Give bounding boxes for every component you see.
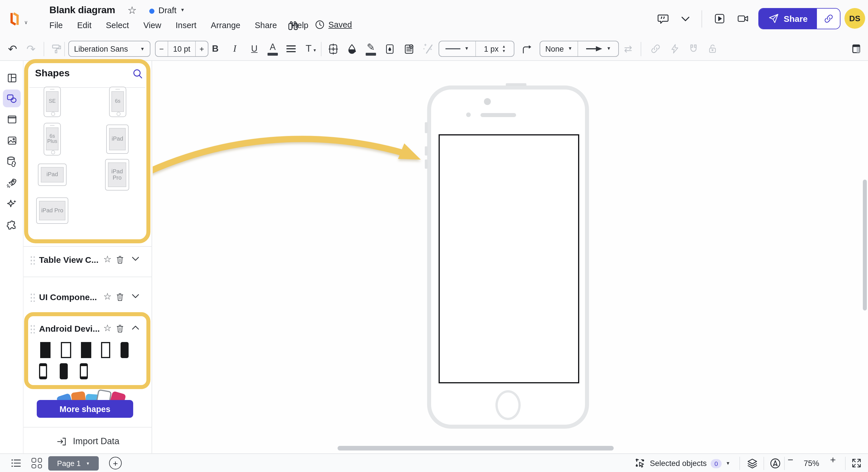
text-align-button[interactable] [284, 37, 299, 60]
drag-handle-icon[interactable] [30, 293, 35, 302]
shape-android-phone-outline[interactable] [39, 363, 47, 379]
checklist-clipboard-icon[interactable] [401, 37, 417, 60]
zoom-level-value[interactable]: 75% [804, 459, 819, 468]
menu-edit[interactable]: Edit [77, 21, 92, 30]
shadow-icon[interactable] [382, 37, 398, 60]
section-name[interactable]: UI Compone... [39, 292, 97, 302]
video-camera-icon[interactable] [737, 12, 750, 25]
chevron-down-icon[interactable] [681, 15, 690, 22]
section-name[interactable]: Android Devi... [39, 324, 100, 334]
trash-icon[interactable] [115, 324, 125, 334]
fullscreen-icon[interactable] [851, 458, 862, 469]
text-options-button[interactable]: T ▼ [303, 37, 320, 60]
section-table-view[interactable]: Table View C... ☆ [24, 251, 152, 269]
stepper-arrows-icon[interactable]: ▲▼ [502, 45, 506, 53]
selected-objects-control[interactable]: Selected objects 0 ▼ [635, 454, 730, 472]
magnet-icon[interactable] [685, 37, 702, 60]
line-style-select[interactable]: ▼ [439, 41, 476, 56]
frame-crop-icon[interactable] [325, 37, 341, 60]
share-button[interactable]: Share [759, 9, 817, 29]
section-ui-components[interactable]: UI Compone... ☆ [24, 289, 152, 306]
shape-android-tablet-outline[interactable] [61, 342, 71, 358]
shape-ipad-pro-landscape[interactable]: iPad Pro [36, 197, 68, 224]
underline-button[interactable]: U [247, 37, 262, 60]
menu-insert[interactable]: Insert [176, 21, 197, 30]
phone-screen-area[interactable] [439, 134, 579, 383]
shape-iphone-6s[interactable]: 6s [109, 87, 126, 117]
arrow-end-select[interactable]: ▼ [578, 41, 618, 56]
shape-iphone-se[interactable]: SE [43, 87, 61, 117]
font-size-increase-button[interactable]: + [195, 41, 208, 56]
rail-templates-icon[interactable] [3, 69, 21, 87]
rail-rocket-icon[interactable] [3, 174, 21, 192]
zoom-out-button[interactable]: − [787, 454, 794, 466]
arrow-start-select[interactable]: None ▼ [540, 41, 578, 56]
italic-button[interactable]: I [227, 37, 242, 60]
font-family-select[interactable]: Liberation Sans ▼ [68, 41, 150, 57]
line-color-button[interactable]: ✎ [363, 37, 379, 60]
shape-android-phone-outline[interactable] [80, 363, 88, 379]
menu-view[interactable]: View [143, 21, 161, 30]
menu-arrange[interactable]: Arrange [211, 21, 240, 30]
search-icon[interactable] [131, 68, 144, 80]
logo-menu-caret-icon[interactable]: ∨ [24, 20, 28, 25]
shape-android-phone-filled[interactable] [121, 342, 129, 358]
import-data-button[interactable]: Import Data [24, 431, 152, 452]
magic-wand-icon[interactable] [420, 37, 436, 60]
chevron-up-icon[interactable] [131, 325, 140, 331]
add-page-button[interactable]: + [109, 457, 122, 469]
rail-images-icon[interactable] [3, 131, 21, 149]
chevron-down-icon[interactable] [131, 256, 140, 262]
redo-button[interactable]: ↷ [23, 37, 39, 60]
layers-icon[interactable] [746, 458, 758, 469]
copy-link-icon[interactable] [817, 9, 840, 29]
menu-select[interactable]: Select [106, 21, 129, 30]
connector-type-icon[interactable] [518, 37, 536, 60]
rail-integrations-puzzle-icon[interactable] [3, 216, 21, 234]
menu-share[interactable]: Share [255, 21, 277, 30]
star-icon[interactable]: ☆ [103, 322, 112, 334]
saved-label[interactable]: Saved [329, 20, 352, 29]
shape-android-tablet-filled[interactable] [40, 342, 51, 358]
star-icon[interactable]: ☆ [103, 254, 112, 264]
section-name[interactable]: Table View C... [39, 255, 98, 264]
page-selector-button[interactable]: Page 1 ▼ [48, 456, 99, 471]
drag-handle-icon[interactable] [30, 324, 35, 334]
undo-button[interactable]: ↶ [5, 37, 21, 60]
shape-android-tablet-filled[interactable] [81, 342, 91, 358]
text-color-button[interactable]: A [265, 37, 280, 60]
font-size-value[interactable]: 10 pt [168, 41, 195, 56]
line-width-stepper[interactable]: 1 px ▲▼ [476, 41, 514, 56]
navigation-compass-icon[interactable] [769, 458, 781, 469]
horizontal-scrollbar[interactable] [338, 446, 614, 450]
swap-endpoints-icon[interactable]: ⇄ [620, 37, 636, 60]
vertical-scrollbar[interactable] [863, 180, 867, 311]
shape-android-tablet-outline[interactable] [101, 342, 110, 358]
star-icon[interactable]: ☆ [103, 291, 112, 302]
shape-ipad-pro-portrait[interactable]: iPad Pro [105, 159, 129, 191]
document-title[interactable]: Blank diagram [50, 5, 115, 16]
rail-mockups-icon[interactable] [3, 110, 21, 128]
lucid-logo-icon[interactable] [7, 10, 23, 28]
lightning-actions-icon[interactable] [666, 37, 683, 60]
right-panel-toggle-icon[interactable] [847, 37, 865, 60]
rail-data-linking-icon[interactable] [3, 153, 21, 170]
user-avatar[interactable]: DS [844, 8, 865, 29]
hyperlink-icon[interactable] [648, 37, 663, 60]
drag-handle-icon[interactable] [30, 255, 35, 264]
present-play-icon[interactable] [714, 12, 725, 25]
page-list-icon[interactable] [10, 458, 22, 469]
bold-button[interactable]: B [208, 37, 223, 60]
trash-icon[interactable] [115, 292, 125, 302]
binoculars-find-icon[interactable] [287, 20, 299, 32]
draft-caret-icon[interactable]: ▼ [180, 7, 185, 12]
rail-shapes-icon[interactable] [3, 90, 21, 107]
font-size-decrease-button[interactable]: − [156, 41, 168, 56]
zoom-in-button[interactable]: + [830, 454, 836, 466]
draft-status-label[interactable]: Draft [158, 6, 177, 15]
shape-ipad-portrait[interactable]: iPad [106, 125, 129, 154]
section-android-devices[interactable]: Android Devi... ☆ [24, 320, 152, 338]
shape-ipad-landscape[interactable]: iPad [38, 163, 67, 186]
fill-color-icon[interactable] [344, 37, 360, 60]
shape-iphone-6s-plus[interactable]: 6s Plus [43, 123, 61, 156]
